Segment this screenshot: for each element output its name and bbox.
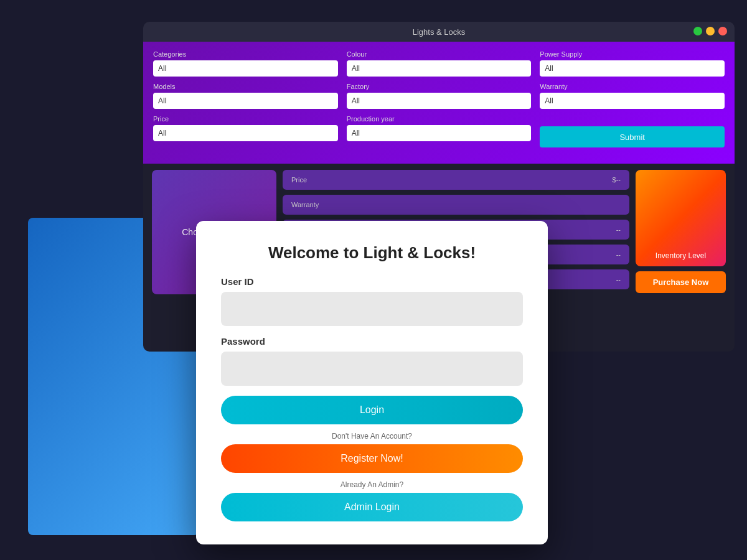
price-input[interactable] <box>153 125 338 141</box>
info-row-4-value: -- <box>616 251 621 258</box>
factory-input[interactable] <box>347 93 532 109</box>
titlebar: Lights & Locks <box>143 22 735 42</box>
power-supply-group: Power Supply <box>540 50 725 77</box>
admin-login-button[interactable]: Admin Login <box>221 493 523 521</box>
price-row-value: $-- <box>613 176 621 184</box>
colour-input[interactable] <box>347 60 532 77</box>
models-input[interactable] <box>153 93 338 109</box>
minimize-btn[interactable] <box>706 27 715 35</box>
login-title: Welcome to Light & Locks! <box>221 243 523 263</box>
categories-input[interactable] <box>153 60 338 77</box>
price-row-label: Price <box>291 176 307 184</box>
submit-button[interactable]: Submit <box>540 126 725 147</box>
register-button[interactable]: Register Now! <box>221 444 523 473</box>
info-row-5-value: -- <box>616 276 621 283</box>
purchase-button[interactable]: Purchase Now <box>636 271 726 293</box>
price-label: Price <box>153 115 338 123</box>
warranty-row: Warranty <box>283 195 629 215</box>
factory-label: Factory <box>347 83 532 90</box>
warranty-input[interactable] <box>540 93 725 109</box>
admin-text: Already An Admin? <box>221 480 523 489</box>
models-group: Models <box>153 83 338 109</box>
colour-label: Colour <box>347 50 532 58</box>
categories-group: Categories <box>153 50 338 77</box>
production-year-input[interactable] <box>347 125 532 141</box>
categories-label: Categories <box>153 50 338 58</box>
inventory-card: Inventory Level <box>636 170 726 266</box>
submit-group: Submit <box>540 115 725 147</box>
app-title: Lights & Locks <box>413 27 466 37</box>
power-supply-input[interactable] <box>540 60 725 77</box>
factory-group: Factory <box>347 83 532 109</box>
price-row: Price $-- <box>283 170 629 190</box>
password-input[interactable] <box>221 352 523 386</box>
user-id-label: User ID <box>221 276 523 287</box>
inventory-label: Inventory Level <box>655 251 706 260</box>
warranty-row-label: Warranty <box>291 201 319 208</box>
model-row-value: -- <box>616 226 621 233</box>
production-year-label: Production year <box>347 115 532 123</box>
filter-area: Categories Colour Power Supply Models Fa… <box>143 42 735 164</box>
filter-row-1: Categories Colour Power Supply <box>153 50 725 77</box>
models-label: Models <box>153 83 338 90</box>
no-account-text: Don't Have An Account? <box>221 432 523 441</box>
close-btn[interactable] <box>718 27 727 35</box>
filter-row-3: Price Production year Submit <box>153 115 725 147</box>
power-supply-label: Power Supply <box>540 50 725 58</box>
user-id-input[interactable] <box>221 292 523 326</box>
login-modal: Welcome to Light & Locks! User ID Passwo… <box>196 221 548 544</box>
warranty-group: Warranty <box>540 83 725 109</box>
password-label: Password <box>221 336 523 347</box>
colour-group: Colour <box>347 50 532 77</box>
login-button[interactable]: Login <box>221 396 523 424</box>
production-year-group: Production year <box>347 115 532 147</box>
warranty-label: Warranty <box>540 83 725 90</box>
price-group: Price <box>153 115 338 147</box>
right-panel: Inventory Level Purchase Now <box>636 170 726 294</box>
maximize-btn[interactable] <box>693 27 702 35</box>
filter-row-2: Models Factory Warranty <box>153 83 725 109</box>
